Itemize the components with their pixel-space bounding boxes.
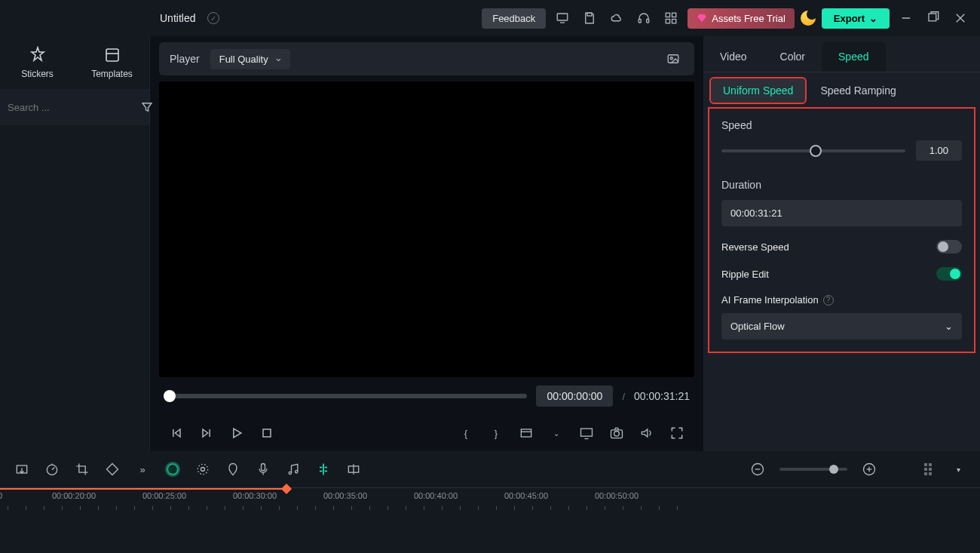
svg-rect-20 [521, 429, 531, 437]
tl-speed-icon[interactable] [44, 461, 60, 478]
tl-marker-icon[interactable] [225, 461, 241, 478]
prev-frame-icon[interactable] [168, 425, 185, 441]
tl-view-icon[interactable] [920, 461, 936, 478]
svg-rect-22 [581, 429, 593, 436]
timeline: » ▾ 0 00:00:20:00 00:00:25:00 00:00:30:0… [0, 451, 980, 553]
media-sidebar: Stickers Templates ⋯ [0, 36, 150, 451]
maximize-icon[interactable] [923, 8, 944, 29]
player-label: Player [170, 53, 200, 65]
feedback-button[interactable]: Feedback [482, 8, 546, 29]
speed-value[interactable]: 1.00 [916, 140, 962, 161]
assets-trial-button[interactable]: Assets Free Trial [688, 8, 795, 29]
svg-point-32 [289, 472, 291, 474]
quality-select[interactable]: Full Quality [210, 49, 290, 69]
svg-rect-3 [639, 20, 642, 23]
close-icon[interactable] [950, 8, 971, 29]
zoom-slider[interactable] [779, 468, 847, 471]
total-time: 00:00:31:21 [634, 390, 690, 402]
zoom-out-icon[interactable] [749, 461, 766, 478]
timeline-playhead[interactable] [0, 488, 286, 490]
svg-rect-19 [263, 429, 271, 437]
svg-rect-0 [558, 14, 568, 20]
help-icon[interactable]: ? [823, 295, 834, 306]
ai-interp-value: Optical Flow [730, 321, 785, 332]
stickers-icon [29, 46, 47, 64]
timeline-ruler[interactable]: 0 00:00:20:00 00:00:25:00 00:00:30:00 00… [0, 487, 980, 518]
zoom-in-icon[interactable] [861, 461, 877, 478]
step-forward-icon[interactable] [198, 425, 215, 441]
tl-export-frame-icon[interactable] [14, 461, 30, 478]
reverse-label: Reverse Speed [721, 241, 789, 253]
ripple-toggle[interactable] [936, 267, 962, 281]
tl-ai-icon[interactable] [164, 461, 181, 478]
monitor-icon[interactable] [552, 8, 573, 29]
svg-rect-4 [647, 20, 649, 23]
svg-rect-7 [666, 20, 670, 23]
tl-expand-icon[interactable]: » [134, 461, 151, 478]
speed-panel: Speed 1.00 Duration Reverse Speed Ripple… [709, 109, 974, 352]
speed-label: Speed [721, 119, 962, 131]
ai-interp-select[interactable]: Optical Flow ⌄ [721, 313, 962, 339]
save-icon[interactable] [579, 8, 600, 29]
volume-icon[interactable] [639, 425, 655, 441]
scrub-bar[interactable] [164, 394, 527, 398]
tl-audio-icon[interactable] [285, 461, 302, 478]
mark-in-icon[interactable]: { [458, 425, 474, 441]
svg-rect-5 [666, 13, 670, 17]
tab-color[interactable]: Color [764, 41, 822, 72]
display-icon[interactable] [578, 425, 595, 441]
reverse-toggle[interactable] [936, 240, 962, 253]
stop-icon[interactable] [259, 425, 275, 441]
tl-split-icon[interactable] [315, 461, 332, 478]
speed-slider-thumb[interactable] [810, 145, 822, 157]
export-button[interactable]: Export ⌄ [822, 8, 890, 29]
snapshot-icon[interactable] [663, 48, 684, 69]
subtab-uniform-speed[interactable]: Uniform Speed [711, 78, 805, 103]
duration-label: Duration [721, 179, 962, 191]
svg-rect-31 [262, 464, 265, 471]
tl-mic-icon[interactable] [255, 461, 271, 478]
svg-rect-6 [672, 13, 676, 17]
svg-point-28 [168, 465, 177, 474]
stickers-label: Stickers [21, 69, 54, 79]
speed-slider[interactable] [721, 149, 905, 152]
stickers-tab[interactable]: Stickers [0, 36, 75, 89]
chevron-down-icon: ⌄ [945, 321, 953, 332]
svg-point-29 [201, 468, 205, 472]
cloud-icon[interactable] [606, 8, 627, 29]
svg-point-30 [198, 464, 207, 474]
mark-out-icon[interactable]: } [488, 425, 504, 441]
subtab-speed-ramping[interactable]: Speed Ramping [808, 78, 908, 103]
gem-icon [697, 13, 707, 23]
scrub-head[interactable] [164, 390, 176, 402]
player-panel: Player Full Quality 00:00:00:00 / 00:00:… [150, 36, 703, 451]
theme-icon[interactable] [801, 11, 816, 26]
tab-speed[interactable]: Speed [822, 41, 885, 72]
fullscreen-icon[interactable] [669, 425, 685, 441]
svg-point-33 [296, 471, 298, 473]
aspect-icon[interactable] [518, 425, 534, 441]
tl-keyframe-icon[interactable] [104, 461, 121, 478]
video-viewport[interactable] [159, 81, 694, 377]
trial-label: Assets Free Trial [712, 13, 786, 24]
play-icon[interactable] [228, 425, 245, 441]
chevron-down-icon: ⌄ [869, 13, 877, 24]
search-input[interactable] [8, 102, 134, 113]
svg-rect-13 [106, 49, 118, 61]
templates-icon [103, 46, 121, 64]
headset-icon[interactable] [633, 8, 654, 29]
tl-crop-icon[interactable] [74, 461, 90, 478]
tl-insert-icon[interactable] [345, 461, 362, 478]
camera-icon[interactable] [608, 425, 625, 441]
ai-interp-label: AI Frame Interpolation [721, 294, 819, 306]
duration-input[interactable] [721, 200, 962, 226]
ripple-label: Ripple Edit [721, 269, 769, 280]
tl-effects-icon[interactable] [194, 461, 211, 478]
aspect-chevron-icon[interactable]: ⌄ [548, 425, 565, 441]
apps-icon[interactable] [660, 8, 681, 29]
templates-tab[interactable]: Templates [75, 36, 149, 89]
tab-video[interactable]: Video [703, 41, 764, 72]
svg-rect-8 [672, 20, 676, 23]
minimize-icon[interactable] [896, 8, 917, 29]
tl-view-chevron-icon[interactable]: ▾ [950, 461, 966, 478]
